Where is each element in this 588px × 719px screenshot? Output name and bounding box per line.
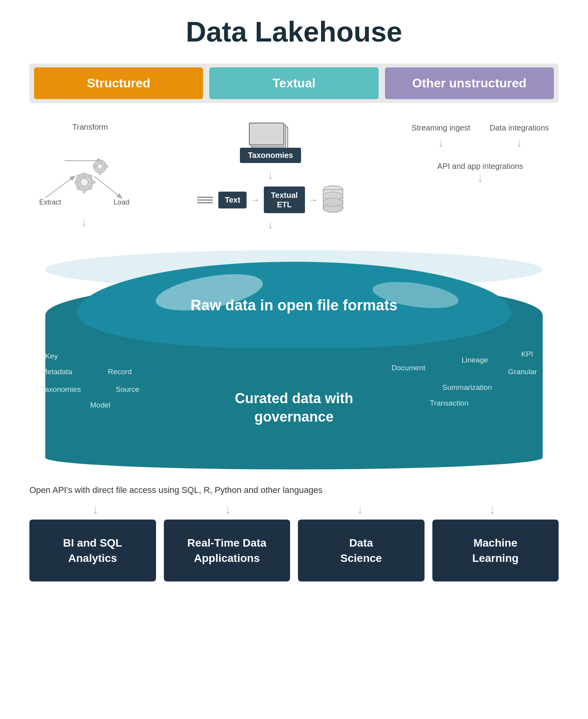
etl-down-arrow: ↓ [81, 216, 87, 228]
textual-etl-block: Taxonomies ↓ Text → TextualETL → [188, 123, 353, 230]
tag-summarization: Summarization [442, 383, 492, 392]
svg-point-4 [80, 178, 88, 186]
api-integrations-col: API and app integrations ↓ [437, 161, 523, 185]
lake-oval: Raw data in open file formats Curated da… [29, 250, 559, 469]
data-integrations-label: Data integrations [490, 123, 549, 133]
output-arrow-bi: ↓ [41, 503, 151, 516]
data-types-row: Structured Textual Other unstructured [29, 63, 559, 103]
tag-record: Record [108, 368, 132, 376]
textual-pipeline: Text → TextualETL → [197, 185, 343, 215]
etl-block: Transform [29, 123, 139, 228]
svg-rect-8 [91, 181, 95, 183]
output-box-realtime: Real-Time DataApplications [164, 520, 290, 581]
tag-transaction: Transaction [430, 399, 468, 407]
streaming-row: Streaming ingest ↓ Data integrations ↓ [402, 123, 559, 149]
output-arrow-realtime: ↓ [173, 503, 283, 516]
page-title: Data Lakehouse [186, 16, 402, 48]
tag-key: Key [45, 352, 58, 360]
data-integrations-arrow: ↓ [516, 136, 522, 149]
badge-unstructured: Other unstructured [385, 67, 554, 99]
output-arrow-ml: ↓ [437, 503, 547, 516]
open-api-text: Open API's with direct file access using… [29, 485, 559, 495]
tag-taxonomies: Taxonomies [41, 385, 81, 394]
tag-lineage: Lineage [461, 356, 488, 364]
streaming-ingest-label: Streaming ingest [412, 123, 470, 133]
output-arrow-ds: ↓ [305, 503, 415, 516]
svg-rect-15 [99, 159, 101, 163]
output-arrows-row: ↓ ↓ ↓ ↓ [29, 503, 559, 516]
lake-wrapper: Raw data in open file formats Curated da… [29, 250, 559, 469]
svg-rect-16 [99, 172, 101, 175]
badge-structured: Structured [34, 67, 203, 99]
tag-metadata: Metadata [41, 368, 72, 376]
streaming-ingest-col: Streaming ingest ↓ [412, 123, 470, 149]
taxonomies-down-arrow: ↓ [267, 168, 274, 181]
text-label: Text [218, 192, 247, 208]
svg-line-0 [45, 176, 74, 198]
curated-data-label: Curated data withgovernance [235, 389, 353, 426]
badge-textual: Textual [209, 67, 378, 99]
arrow-ml: ↓ [489, 503, 495, 516]
svg-rect-6 [83, 189, 85, 193]
tag-source: Source [116, 385, 139, 394]
arrow-ds: ↓ [357, 503, 363, 516]
tag-granular: Granular [508, 368, 537, 376]
svg-point-14 [97, 164, 103, 169]
output-box-ml: MachineLearning [432, 520, 559, 581]
textual-etl-down-arrow: ↓ [267, 218, 274, 230]
pipeline-arrow-2: → [309, 194, 318, 205]
svg-rect-5 [83, 173, 85, 177]
svg-rect-18 [105, 165, 108, 167]
textual-etl-label: TextualETL [264, 187, 305, 213]
output-box-datascience: DataScience [298, 520, 425, 581]
raw-data-label: Raw data in open file formats [191, 297, 397, 314]
taxonomies-stack: Taxonomies [240, 123, 301, 163]
api-integrations-label: API and app integrations [437, 161, 523, 171]
arrow-bi: ↓ [93, 503, 99, 516]
etl-transform-label: Transform [73, 123, 108, 132]
etl-diagram: Extract Load [33, 137, 135, 216]
tag-model: Model [90, 401, 111, 409]
taxonomies-label: Taxonomies [240, 148, 301, 163]
output-box-bi: BI and SQLAnalytics [29, 520, 156, 581]
streaming-block: Streaming ingest ↓ Data integrations ↓ A… [402, 123, 559, 185]
svg-line-1 [94, 176, 122, 198]
streaming-arrow: ↓ [438, 136, 444, 149]
tag-document: Document [391, 364, 425, 372]
pipeline-arrow-1: → [250, 194, 260, 205]
svg-point-25 [323, 198, 343, 206]
svg-text:Load: Load [114, 198, 129, 206]
arrow-realtime: ↓ [225, 503, 231, 516]
ingestion-section: Transform [29, 123, 559, 230]
svg-rect-17 [93, 165, 96, 167]
tag-kpi: KPI [521, 350, 533, 359]
svg-text:Extract: Extract [39, 198, 61, 206]
data-integrations-col: Data integrations ↓ [490, 123, 549, 149]
svg-rect-7 [75, 181, 79, 183]
output-boxes-row: BI and SQLAnalytics Real-Time DataApplic… [29, 520, 559, 581]
api-integrations-arrow: ↓ [437, 171, 523, 185]
db-icon [322, 185, 344, 215]
